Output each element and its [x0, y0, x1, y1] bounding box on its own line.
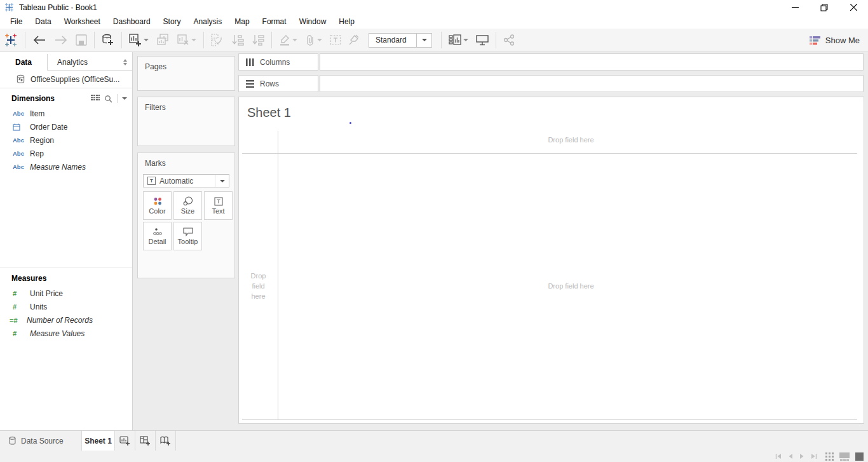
tab-data[interactable]: Data	[0, 54, 47, 71]
fix-axes-button[interactable]	[345, 29, 363, 51]
search-icon[interactable]	[104, 95, 112, 103]
group-members-button[interactable]	[301, 29, 326, 51]
sheet1-tab[interactable]: Sheet 1	[82, 431, 115, 451]
pages-card-label: Pages	[138, 57, 234, 71]
color-button[interactable]: Color	[143, 191, 172, 220]
datasource-item[interactable]: OfficeSupplies (OfficeSu...	[0, 71, 132, 88]
new-worksheet-tab-button[interactable]	[115, 431, 135, 451]
pane-updown-icon[interactable]	[123, 59, 127, 65]
data-source-tab[interactable]: Data Source	[0, 431, 82, 451]
show-me-icon	[810, 36, 820, 46]
swap-rows-columns-button[interactable]	[207, 29, 227, 51]
previous-sheet-button[interactable]	[788, 453, 793, 459]
dimension-field-item[interactable]: Abc Item	[0, 107, 132, 120]
duplicate-button[interactable]	[153, 29, 173, 51]
mark-type-dropdown[interactable]: T Automatic	[143, 174, 229, 187]
size-button[interactable]: Size	[173, 191, 202, 220]
tab-analytics[interactable]: Analytics	[47, 54, 132, 71]
show-hide-cards-caret[interactable]	[463, 39, 468, 41]
clear-sheet-caret[interactable]	[191, 39, 196, 41]
close-button[interactable]	[839, 0, 868, 15]
tableau-logo-button[interactable]	[0, 29, 22, 51]
drop-field-columns-target[interactable]: Drop field here	[278, 136, 864, 144]
show-hide-cards-button[interactable]	[445, 29, 472, 51]
rows-shelf[interactable]	[320, 75, 864, 92]
dimension-field-measure-names[interactable]: Abc Measure Names	[0, 160, 132, 173]
group-members-caret[interactable]	[317, 39, 322, 41]
marks-card: Marks T Automatic Color Size	[137, 153, 235, 278]
menu-story[interactable]: Story	[157, 15, 187, 29]
show-mark-labels-button[interactable]	[326, 29, 345, 51]
detail-button[interactable]: Detail	[143, 222, 172, 250]
sort-ascending-button[interactable]	[227, 29, 248, 51]
new-worksheet-button[interactable]	[125, 29, 153, 51]
minimize-button[interactable]	[780, 0, 810, 15]
show-me-button[interactable]: Show Me	[810, 29, 860, 52]
pages-card[interactable]: Pages	[137, 56, 235, 91]
data-source-tab-icon	[9, 437, 16, 445]
sort-descending-button[interactable]	[248, 29, 268, 51]
clear-sheet-button[interactable]	[173, 29, 200, 51]
next-sheet-button[interactable]	[799, 453, 804, 459]
marks-card-label: Marks	[138, 153, 234, 168]
canvas-bottom-divider	[242, 419, 857, 420]
drop-field-main-target[interactable]: Drop field here	[278, 282, 864, 290]
tab-analytics-label: Analytics	[57, 58, 88, 67]
filters-card[interactable]: Filters	[137, 97, 235, 146]
presentation-mode-button[interactable]	[472, 29, 492, 51]
menu-analysis[interactable]: Analysis	[187, 15, 229, 29]
toolbar-separator	[121, 32, 122, 48]
show-tabs-button[interactable]	[855, 452, 864, 461]
redo-button[interactable]	[50, 29, 72, 51]
sheet-canvas[interactable]: Sheet 1 Drop field here Drop field here …	[238, 97, 864, 424]
highlight-caret[interactable]	[292, 39, 297, 41]
text-label: Text	[212, 208, 224, 215]
measure-field-number-of-records[interactable]: =# Number of Records	[0, 313, 132, 327]
columns-shelf[interactable]	[320, 53, 864, 71]
new-story-tab-button[interactable]	[156, 431, 176, 451]
menu-dashboard[interactable]: Dashboard	[107, 15, 157, 29]
measure-field-units[interactable]: # Units	[0, 300, 132, 313]
menu-format[interactable]: Format	[256, 15, 293, 29]
menu-window[interactable]: Window	[293, 15, 333, 29]
restore-button[interactable]	[810, 0, 839, 15]
field-label: Order Date	[30, 123, 67, 132]
save-button[interactable]	[72, 29, 91, 51]
share-button[interactable]	[499, 29, 519, 51]
dimension-field-rep[interactable]: Abc Rep	[0, 147, 132, 160]
dimension-field-order-date[interactable]: Order Date	[0, 120, 132, 133]
measures-header: Measures	[0, 270, 132, 287]
new-data-source-button[interactable]	[98, 29, 118, 51]
menu-file[interactable]: File	[4, 15, 29, 29]
rows-shelf-row: Rows	[238, 75, 864, 92]
first-sheet-button[interactable]	[775, 453, 782, 459]
view-as-list-icon[interactable]	[91, 95, 100, 102]
text-button[interactable]: Text	[204, 191, 233, 220]
fit-selector-caret[interactable]	[416, 34, 431, 47]
drop-field-rows-target[interactable]: Drop field here	[239, 271, 278, 301]
menu-help[interactable]: Help	[332, 15, 361, 29]
sheet1-tab-label: Sheet 1	[85, 437, 112, 445]
dimension-field-region[interactable]: Abc Region	[0, 133, 132, 147]
toolbar: Standard Show Me	[0, 29, 868, 52]
tooltip-button[interactable]: Tooltip	[173, 222, 202, 250]
show-filmstrip-button[interactable]	[839, 452, 850, 461]
toolbar-separator	[25, 32, 25, 48]
dimensions-menu-caret[interactable]	[122, 97, 127, 100]
new-worksheet-caret[interactable]	[144, 39, 149, 41]
show-me-label: Show Me	[825, 36, 860, 45]
menu-worksheet[interactable]: Worksheet	[58, 15, 107, 29]
mark-type-caret[interactable]	[215, 175, 229, 187]
menu-map[interactable]: Map	[228, 15, 255, 29]
fit-selector[interactable]: Standard	[369, 33, 432, 48]
new-dashboard-tab-button[interactable]	[135, 431, 156, 451]
show-sheet-sorter-button[interactable]	[825, 452, 834, 461]
measure-field-unit-price[interactable]: # Unit Price	[0, 287, 132, 300]
highlight-button[interactable]	[275, 29, 301, 51]
measure-field-measure-values[interactable]: # Measure Values	[0, 327, 132, 340]
field-label: Number of Records	[27, 316, 93, 325]
menu-data[interactable]: Data	[29, 15, 57, 29]
undo-button[interactable]	[29, 29, 50, 51]
last-sheet-button[interactable]	[811, 453, 817, 459]
dimensions-header: Dimensions	[0, 90, 132, 107]
